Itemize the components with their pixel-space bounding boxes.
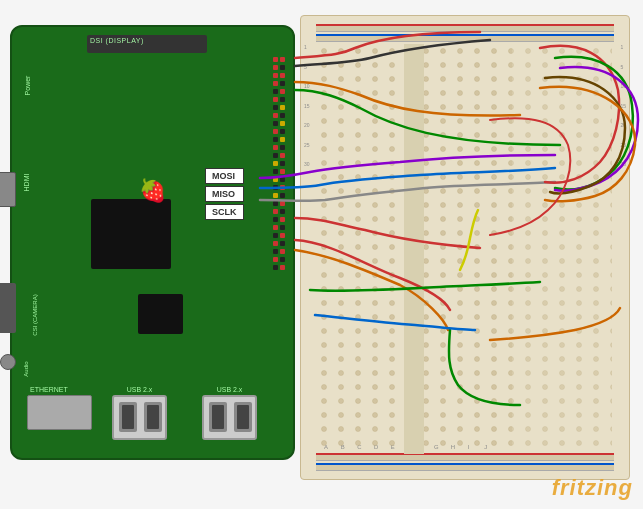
main-container: Power DSI (DISPLAY) HDMI — [0, 0, 643, 509]
svg-rect-5 — [273, 97, 278, 102]
power-label: Power — [24, 76, 31, 96]
breadboard-holes: /* holes rendered below */ — [316, 44, 616, 454]
bb-row-num: 25 — [304, 142, 310, 148]
mosi-label: MOSI — [205, 168, 244, 184]
bb-row-num: 1 — [620, 44, 626, 50]
usb-label-right: USB 2.x — [202, 386, 257, 393]
svg-rect-25 — [273, 257, 278, 262]
svg-rect-60 — [212, 405, 224, 429]
svg-rect-30 — [280, 81, 285, 86]
svg-rect-41 — [280, 169, 285, 174]
svg-rect-61 — [237, 405, 249, 429]
bb-row-numbers: 1 5 10 15 20 25 30 — [620, 44, 626, 167]
miso-label: MISO — [205, 186, 244, 202]
bb-bottom-rail-blue — [316, 463, 614, 471]
bb-row-num: 20 — [304, 122, 310, 128]
svg-rect-1 — [273, 65, 278, 70]
svg-rect-29 — [280, 73, 285, 78]
svg-rect-22 — [273, 233, 278, 238]
svg-rect-4 — [273, 89, 278, 94]
bb-bottom-rail-red — [316, 453, 614, 461]
breadboard: A B C D E F G H I J 1 5 10 15 20 25 30 1 — [300, 15, 630, 480]
ethernet-port — [27, 395, 92, 430]
svg-rect-21 — [273, 225, 278, 230]
bb-row-num: 10 — [620, 83, 626, 89]
svg-rect-49 — [280, 233, 285, 238]
svg-rect-51 — [280, 249, 285, 254]
bb-row-num: 5 — [304, 64, 310, 70]
svg-rect-35 — [280, 121, 285, 126]
bb-row-num: 10 — [304, 83, 310, 89]
svg-rect-8 — [273, 121, 278, 126]
svg-rect-45 — [280, 201, 285, 206]
svg-rect-52 — [280, 257, 285, 262]
dsi-label: DSI (DISPLAY) — [90, 37, 144, 44]
sclk-label: SCLK — [205, 204, 244, 220]
svg-rect-24 — [273, 249, 278, 254]
bb-row-num: 15 — [304, 103, 310, 109]
svg-rect-76 — [424, 44, 512, 454]
rpi-main-chip — [91, 199, 171, 269]
svg-rect-27 — [280, 57, 285, 62]
svg-rect-77 — [512, 44, 612, 454]
bb-top-rail-red — [316, 24, 614, 32]
svg-rect-47 — [280, 217, 285, 222]
svg-rect-37 — [280, 137, 285, 142]
bb-top-rail-blue — [316, 34, 614, 42]
rpi-logo: 🍓 — [139, 177, 167, 205]
bb-row-num: 15 — [620, 103, 626, 109]
svg-rect-33 — [280, 105, 285, 110]
csi-label: CSI (CAMERA) — [32, 294, 38, 335]
svg-rect-31 — [280, 89, 285, 94]
svg-rect-13 — [273, 161, 278, 166]
svg-rect-0 — [273, 57, 278, 62]
svg-rect-9 — [273, 129, 278, 134]
bb-row-num: 20 — [620, 122, 626, 128]
svg-rect-2 — [273, 73, 278, 78]
svg-rect-28 — [280, 65, 285, 70]
svg-rect-20 — [273, 217, 278, 222]
hdmi-port — [0, 172, 16, 207]
bb-row-num: 30 — [304, 161, 310, 167]
svg-rect-6 — [273, 105, 278, 110]
csi-connector — [0, 283, 16, 333]
bb-row-num: 25 — [620, 142, 626, 148]
svg-rect-36 — [280, 129, 285, 134]
svg-rect-43 — [280, 185, 285, 190]
svg-rect-75 — [404, 44, 424, 454]
svg-rect-14 — [273, 169, 278, 174]
usb-port-left — [112, 395, 167, 440]
svg-rect-19 — [273, 209, 278, 214]
svg-rect-42 — [280, 177, 285, 182]
rpi-small-chip — [138, 294, 183, 334]
svg-rect-74 — [316, 44, 404, 454]
bb-row-numbers-left: 1 5 10 15 20 25 30 — [304, 44, 310, 167]
svg-rect-46 — [280, 209, 285, 214]
svg-rect-40 — [280, 161, 285, 166]
svg-rect-50 — [280, 241, 285, 246]
ethernet-label: ETHERNET — [30, 386, 68, 393]
gpio-area — [272, 55, 287, 275]
svg-rect-32 — [280, 97, 285, 102]
bb-row-num: 30 — [620, 161, 626, 167]
svg-rect-11 — [273, 145, 278, 150]
audio-jack — [0, 354, 16, 370]
svg-rect-23 — [273, 241, 278, 246]
svg-rect-48 — [280, 225, 285, 230]
rpi-board: Power DSI (DISPLAY) HDMI — [10, 25, 295, 460]
svg-rect-38 — [280, 145, 285, 150]
audio-label: Audio — [23, 361, 29, 376]
spi-labels: MOSI MISO SCLK — [205, 168, 244, 220]
bb-row-num: 5 — [620, 64, 626, 70]
svg-rect-44 — [280, 193, 285, 198]
usb-port-right — [202, 395, 257, 440]
svg-rect-34 — [280, 113, 285, 118]
fritzing-watermark: fritzing — [552, 475, 633, 501]
svg-rect-12 — [273, 153, 278, 158]
usb-label-left: USB 2.x — [112, 386, 167, 393]
svg-rect-26 — [273, 265, 278, 270]
bb-row-num: 1 — [304, 44, 310, 50]
svg-rect-3 — [273, 81, 278, 86]
svg-rect-56 — [122, 405, 134, 429]
svg-rect-16 — [273, 185, 278, 190]
